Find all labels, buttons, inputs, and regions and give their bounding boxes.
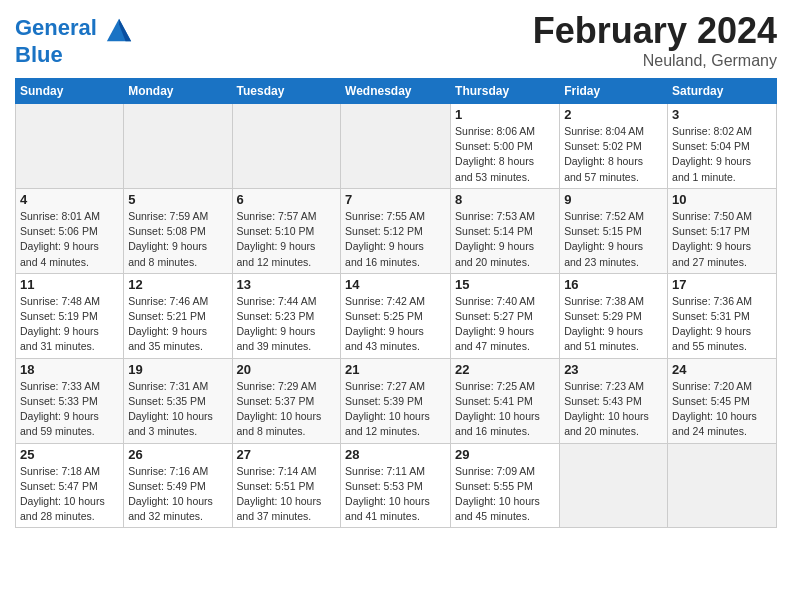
- day-info: Sunrise: 7:16 AM Sunset: 5:49 PM Dayligh…: [128, 464, 227, 525]
- day-number: 19: [128, 362, 227, 377]
- day-info: Sunrise: 7:29 AM Sunset: 5:37 PM Dayligh…: [237, 379, 337, 440]
- calendar-cell: 24Sunrise: 7:20 AM Sunset: 5:45 PM Dayli…: [668, 358, 777, 443]
- calendar-cell: [668, 443, 777, 528]
- day-number: 16: [564, 277, 663, 292]
- day-number: 29: [455, 447, 555, 462]
- day-number: 14: [345, 277, 446, 292]
- calendar-cell: [232, 104, 341, 189]
- day-info: Sunrise: 8:02 AM Sunset: 5:04 PM Dayligh…: [672, 124, 772, 185]
- calendar-cell: 2Sunrise: 8:04 AM Sunset: 5:02 PM Daylig…: [560, 104, 668, 189]
- day-info: Sunrise: 7:53 AM Sunset: 5:14 PM Dayligh…: [455, 209, 555, 270]
- calendar-cell: 12Sunrise: 7:46 AM Sunset: 5:21 PM Dayli…: [124, 273, 232, 358]
- day-info: Sunrise: 7:31 AM Sunset: 5:35 PM Dayligh…: [128, 379, 227, 440]
- calendar-cell: 16Sunrise: 7:38 AM Sunset: 5:29 PM Dayli…: [560, 273, 668, 358]
- weekday-header-row: SundayMondayTuesdayWednesdayThursdayFrid…: [16, 79, 777, 104]
- day-number: 1: [455, 107, 555, 122]
- day-info: Sunrise: 7:48 AM Sunset: 5:19 PM Dayligh…: [20, 294, 119, 355]
- logo-icon: [105, 15, 133, 43]
- day-info: Sunrise: 7:38 AM Sunset: 5:29 PM Dayligh…: [564, 294, 663, 355]
- day-number: 24: [672, 362, 772, 377]
- day-number: 10: [672, 192, 772, 207]
- day-info: Sunrise: 7:18 AM Sunset: 5:47 PM Dayligh…: [20, 464, 119, 525]
- calendar-table: SundayMondayTuesdayWednesdayThursdayFrid…: [15, 78, 777, 528]
- logo-blue-text: Blue: [15, 43, 133, 67]
- calendar-cell: 5Sunrise: 7:59 AM Sunset: 5:08 PM Daylig…: [124, 188, 232, 273]
- calendar-week-1: 1Sunrise: 8:06 AM Sunset: 5:00 PM Daylig…: [16, 104, 777, 189]
- day-info: Sunrise: 7:42 AM Sunset: 5:25 PM Dayligh…: [345, 294, 446, 355]
- day-number: 8: [455, 192, 555, 207]
- calendar-cell: 17Sunrise: 7:36 AM Sunset: 5:31 PM Dayli…: [668, 273, 777, 358]
- calendar-cell: 14Sunrise: 7:42 AM Sunset: 5:25 PM Dayli…: [341, 273, 451, 358]
- calendar-cell: 20Sunrise: 7:29 AM Sunset: 5:37 PM Dayli…: [232, 358, 341, 443]
- calendar-cell: 13Sunrise: 7:44 AM Sunset: 5:23 PM Dayli…: [232, 273, 341, 358]
- day-info: Sunrise: 7:27 AM Sunset: 5:39 PM Dayligh…: [345, 379, 446, 440]
- calendar-cell: 11Sunrise: 7:48 AM Sunset: 5:19 PM Dayli…: [16, 273, 124, 358]
- day-number: 4: [20, 192, 119, 207]
- day-number: 5: [128, 192, 227, 207]
- day-number: 23: [564, 362, 663, 377]
- day-info: Sunrise: 7:20 AM Sunset: 5:45 PM Dayligh…: [672, 379, 772, 440]
- day-number: 12: [128, 277, 227, 292]
- calendar-cell: 19Sunrise: 7:31 AM Sunset: 5:35 PM Dayli…: [124, 358, 232, 443]
- day-info: Sunrise: 8:04 AM Sunset: 5:02 PM Dayligh…: [564, 124, 663, 185]
- page-header: General Blue February 2024 Neuland, Germ…: [15, 10, 777, 70]
- day-info: Sunrise: 7:09 AM Sunset: 5:55 PM Dayligh…: [455, 464, 555, 525]
- calendar-cell: 23Sunrise: 7:23 AM Sunset: 5:43 PM Dayli…: [560, 358, 668, 443]
- day-number: 21: [345, 362, 446, 377]
- day-info: Sunrise: 7:46 AM Sunset: 5:21 PM Dayligh…: [128, 294, 227, 355]
- calendar-week-4: 18Sunrise: 7:33 AM Sunset: 5:33 PM Dayli…: [16, 358, 777, 443]
- weekday-header-monday: Monday: [124, 79, 232, 104]
- day-number: 17: [672, 277, 772, 292]
- calendar-cell: 28Sunrise: 7:11 AM Sunset: 5:53 PM Dayli…: [341, 443, 451, 528]
- day-info: Sunrise: 7:40 AM Sunset: 5:27 PM Dayligh…: [455, 294, 555, 355]
- day-info: Sunrise: 8:06 AM Sunset: 5:00 PM Dayligh…: [455, 124, 555, 185]
- day-info: Sunrise: 7:55 AM Sunset: 5:12 PM Dayligh…: [345, 209, 446, 270]
- calendar-cell: 26Sunrise: 7:16 AM Sunset: 5:49 PM Dayli…: [124, 443, 232, 528]
- day-number: 20: [237, 362, 337, 377]
- day-number: 28: [345, 447, 446, 462]
- logo: General Blue: [15, 15, 133, 67]
- calendar-cell: 29Sunrise: 7:09 AM Sunset: 5:55 PM Dayli…: [451, 443, 560, 528]
- calendar-cell: 8Sunrise: 7:53 AM Sunset: 5:14 PM Daylig…: [451, 188, 560, 273]
- calendar-cell: 22Sunrise: 7:25 AM Sunset: 5:41 PM Dayli…: [451, 358, 560, 443]
- day-number: 6: [237, 192, 337, 207]
- weekday-header-sunday: Sunday: [16, 79, 124, 104]
- calendar-cell: [16, 104, 124, 189]
- calendar-cell: 4Sunrise: 8:01 AM Sunset: 5:06 PM Daylig…: [16, 188, 124, 273]
- calendar-cell: 27Sunrise: 7:14 AM Sunset: 5:51 PM Dayli…: [232, 443, 341, 528]
- weekday-header-wednesday: Wednesday: [341, 79, 451, 104]
- calendar-week-2: 4Sunrise: 8:01 AM Sunset: 5:06 PM Daylig…: [16, 188, 777, 273]
- calendar-cell: 10Sunrise: 7:50 AM Sunset: 5:17 PM Dayli…: [668, 188, 777, 273]
- day-number: 22: [455, 362, 555, 377]
- day-number: 18: [20, 362, 119, 377]
- day-number: 11: [20, 277, 119, 292]
- day-info: Sunrise: 7:50 AM Sunset: 5:17 PM Dayligh…: [672, 209, 772, 270]
- day-info: Sunrise: 7:14 AM Sunset: 5:51 PM Dayligh…: [237, 464, 337, 525]
- title-area: February 2024 Neuland, Germany: [533, 10, 777, 70]
- subtitle: Neuland, Germany: [533, 52, 777, 70]
- day-number: 3: [672, 107, 772, 122]
- weekday-header-friday: Friday: [560, 79, 668, 104]
- calendar-cell: 1Sunrise: 8:06 AM Sunset: 5:00 PM Daylig…: [451, 104, 560, 189]
- day-number: 2: [564, 107, 663, 122]
- calendar-cell: 15Sunrise: 7:40 AM Sunset: 5:27 PM Dayli…: [451, 273, 560, 358]
- day-info: Sunrise: 7:52 AM Sunset: 5:15 PM Dayligh…: [564, 209, 663, 270]
- logo-text: General: [15, 15, 133, 43]
- day-info: Sunrise: 7:33 AM Sunset: 5:33 PM Dayligh…: [20, 379, 119, 440]
- day-info: Sunrise: 7:36 AM Sunset: 5:31 PM Dayligh…: [672, 294, 772, 355]
- day-number: 7: [345, 192, 446, 207]
- calendar-cell: 6Sunrise: 7:57 AM Sunset: 5:10 PM Daylig…: [232, 188, 341, 273]
- calendar-week-5: 25Sunrise: 7:18 AM Sunset: 5:47 PM Dayli…: [16, 443, 777, 528]
- calendar-cell: 7Sunrise: 7:55 AM Sunset: 5:12 PM Daylig…: [341, 188, 451, 273]
- day-info: Sunrise: 7:44 AM Sunset: 5:23 PM Dayligh…: [237, 294, 337, 355]
- calendar-cell: [560, 443, 668, 528]
- calendar-cell: 3Sunrise: 8:02 AM Sunset: 5:04 PM Daylig…: [668, 104, 777, 189]
- day-info: Sunrise: 7:23 AM Sunset: 5:43 PM Dayligh…: [564, 379, 663, 440]
- month-title: February 2024: [533, 10, 777, 52]
- weekday-header-thursday: Thursday: [451, 79, 560, 104]
- weekday-header-tuesday: Tuesday: [232, 79, 341, 104]
- calendar-cell: 18Sunrise: 7:33 AM Sunset: 5:33 PM Dayli…: [16, 358, 124, 443]
- day-number: 15: [455, 277, 555, 292]
- day-info: Sunrise: 7:57 AM Sunset: 5:10 PM Dayligh…: [237, 209, 337, 270]
- day-number: 27: [237, 447, 337, 462]
